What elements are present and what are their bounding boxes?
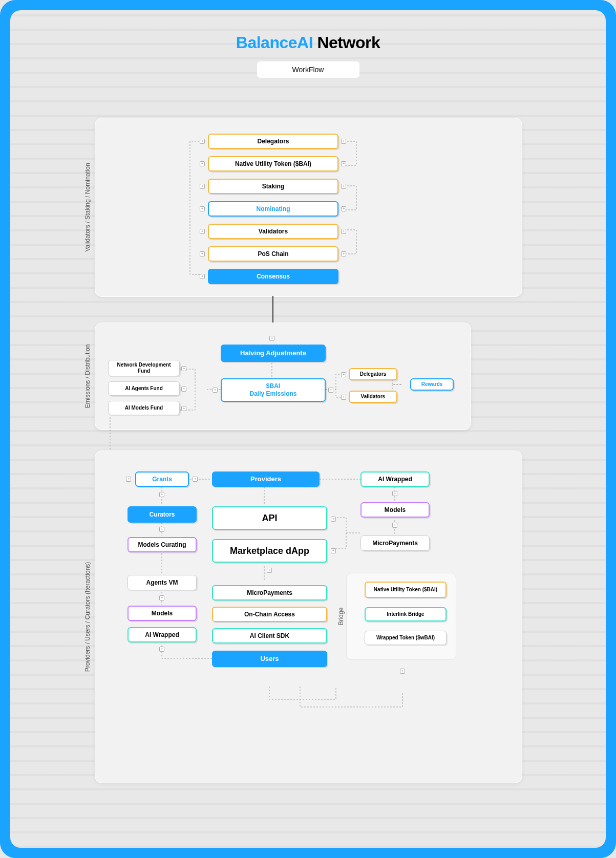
node-halving: Halving Adjustments [221,345,326,362]
plus-icon [181,406,186,411]
plus-icon [200,206,205,211]
plus-icon [181,366,186,371]
plus-icon [331,517,336,522]
page-title: BalanceAI Network [10,10,606,52]
node-ai-wrapped-left: AI Wrapped [128,627,197,642]
plus-icon [193,477,198,482]
plus-icon [341,206,346,211]
plus-icon [200,274,205,279]
bridge-vlabel: Bridge [337,608,345,626]
plus-icon [341,372,346,377]
plus-icon [200,139,205,144]
node-api: API [212,506,327,530]
node-consensus: Consensus [208,269,338,284]
plus-icon [159,595,164,600]
node-daily-emissions: $BAI Daily Emissions [221,378,326,402]
emissions-text: $BAI Daily Emissions [249,382,296,398]
section2-vlabel: Emissions / Distribution [84,345,91,409]
node-staking: Staking [208,179,338,194]
node-marketplace: Marketplace dApp [212,539,327,563]
node-micropayments-right: MicroPayments [360,535,430,551]
plus-icon [181,387,186,392]
node-bridge-native: Native Utility Token ($BAI) [365,582,447,598]
node-native-token: Native Utility Token ($BAI) [208,156,338,171]
section-emissions: Emissions / Distribution Halving Adjustm… [95,323,471,430]
plus-icon [341,184,346,189]
plus-icon [213,388,218,393]
section-validators: Validators / Staking / Nomination Delega… [95,118,522,297]
node-net-dev-fund: Network Development Fund [108,360,180,376]
node-providers: Providers [212,471,320,487]
node-models-right: Models [360,502,430,518]
bridge-panel: Bridge Native Utility Token ($BAI) Inter… [346,573,456,660]
plus-icon [392,523,397,528]
node-rewards: Rewards [410,378,454,391]
node-client-sdk: AI Client SDK [212,628,327,644]
plus-icon [341,229,346,234]
plus-icon [341,251,346,256]
plus-icon [159,647,164,652]
plus-icon [159,492,164,497]
outer-frame: BalanceAI Network WorkFlow Validators / … [0,0,616,858]
plus-icon [328,388,333,393]
node-pos-chain: PoS Chain [208,246,338,262]
plus-icon [200,161,205,166]
plus-icon [341,395,346,400]
plus-icon [341,161,346,166]
node-validators-r: Validators [349,391,397,403]
node-nominating: Nominating [208,201,338,217]
node-curators: Curators [128,506,197,523]
plus-icon [200,251,205,256]
node-models-curating: Models Curating [128,537,197,552]
plus-icon [392,491,397,496]
node-models-fund: AI Models Fund [108,401,180,415]
node-agents-fund: AI Agents Fund [108,381,180,396]
node-agents-vm: Agents VM [128,575,197,590]
workflow-label: WorkFlow [257,61,359,78]
section3-vlabel: Providers / Users / Curators (Iteraction… [84,562,91,672]
title-accent: BalanceAI [236,33,313,52]
node-grants: Grants [135,471,189,487]
plus-icon [400,669,405,674]
node-delegators: Delegators [208,134,338,149]
plus-icon [269,336,274,341]
plus-icon [126,477,131,482]
node-bridge-interlink: Interlink Bridge [365,607,447,621]
node-delegators-r: Delegators [349,368,397,380]
node-validators: Validators [208,224,338,239]
node-users: Users [212,651,327,667]
plus-icon [267,568,272,573]
node-onchain-access: On-Chain Access [212,607,327,622]
title-rest: Network [313,33,380,52]
plus-icon [331,548,336,553]
node-bridge-wrapped: Wrapped Token ($wBAI) [365,631,447,645]
plus-icon [200,184,205,189]
node-models-left: Models [128,606,197,621]
section1-vlabel: Validators / Staking / Nomination [84,163,91,251]
plus-icon [200,229,205,234]
plus-icon [159,527,164,532]
plus-icon [341,139,346,144]
node-micropayments-center: MicroPayments [212,585,327,600]
diagram-canvas: BalanceAI Network WorkFlow Validators / … [10,10,606,848]
node-ai-wrapped-right: AI Wrapped [360,471,430,487]
section-providers-users: Providers / Users / Curators (Iteraction… [95,451,522,783]
